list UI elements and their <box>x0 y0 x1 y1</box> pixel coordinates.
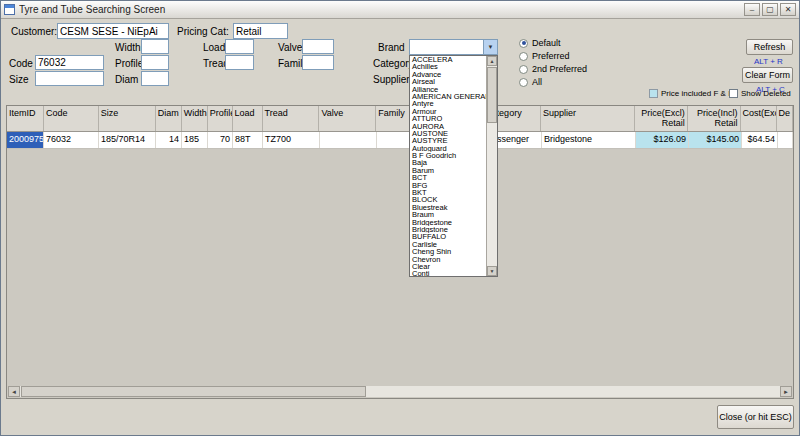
brand-option[interactable]: Bluestreak <box>410 204 486 211</box>
cell-valve[interactable] <box>320 132 377 148</box>
minimize-icon[interactable]: – <box>744 3 760 16</box>
brand-option[interactable]: BUFFALO <box>410 233 486 240</box>
show-deleted-checkbox[interactable]: Show Deleted <box>729 89 791 98</box>
load-input[interactable] <box>225 39 254 54</box>
cell-size[interactable]: 185/70R14 <box>99 132 156 148</box>
cell-code[interactable]: 76032 <box>44 132 99 148</box>
size-input[interactable] <box>35 71 104 86</box>
price-included-legend[interactable]: Price included F & B <box>649 89 733 98</box>
radio-option[interactable]: Default <box>519 37 587 49</box>
dropdown-scroll-thumb[interactable] <box>487 67 497 123</box>
price-included-label: Price included F & B <box>661 89 733 98</box>
horizontal-scroll-thumb[interactable] <box>21 386 366 397</box>
cell-tread[interactable]: TZ700 <box>263 132 320 148</box>
brand-option[interactable]: Clear <box>410 263 486 270</box>
column-header-valve[interactable]: Valve <box>319 106 376 131</box>
profile-input[interactable] <box>141 55 169 70</box>
cell-itemid[interactable]: 2000975 <box>7 132 44 148</box>
brand-option[interactable]: AUSTONE <box>410 130 486 137</box>
brand-option[interactable]: Baja <box>410 159 486 166</box>
brand-option[interactable]: Antyre <box>410 100 486 107</box>
maximize-icon[interactable]: ▢ <box>762 3 778 16</box>
diam-input[interactable] <box>141 71 169 86</box>
brand-option[interactable]: Cheng Shin <box>410 248 486 255</box>
dropdown-scrollbar[interactable]: ▲ ▼ <box>486 56 497 276</box>
valve-input[interactable] <box>302 39 334 54</box>
results-grid: ItemID Code Size Diam Width Profile Load… <box>6 105 794 399</box>
brand-combo-arrow-icon[interactable]: ▼ <box>483 40 497 54</box>
brand-option[interactable]: Bridgestone <box>410 219 486 226</box>
cell-diam[interactable]: 14 <box>156 132 182 148</box>
brand-option[interactable]: BFG <box>410 182 486 189</box>
column-header-diam[interactable]: Diam <box>156 106 182 131</box>
column-header-itemid[interactable]: ItemID <box>7 106 44 131</box>
pricing-cat-input[interactable] <box>233 23 288 39</box>
radio-option[interactable]: All <box>519 76 587 88</box>
brand-option[interactable]: AMERICAN GENERAL <box>410 93 486 100</box>
cell-cost-excl[interactable]: $64.54 <box>742 132 778 148</box>
brand-option[interactable]: Barum <box>410 167 486 174</box>
brand-option[interactable]: AUSTYRE <box>410 137 486 144</box>
brand-option[interactable]: Carlisle <box>410 241 486 248</box>
radio-option[interactable]: Preferred <box>519 50 587 62</box>
column-header-price-incl[interactable]: Price(Incl) Retail <box>688 106 741 131</box>
cell-price-excl[interactable]: $126.09 <box>636 132 689 148</box>
title-bar[interactable]: Tyre and Tube Searching Screen – ▢ ✕ <box>1 1 799 19</box>
scroll-up-icon[interactable]: ▲ <box>487 56 497 66</box>
brand-option[interactable]: BKT <box>410 189 486 196</box>
cell-width[interactable]: 185 <box>182 132 208 148</box>
brand-option[interactable]: Braum <box>410 211 486 218</box>
brand-option[interactable]: BLOCK <box>410 196 486 203</box>
refresh-button[interactable]: Refresh <box>746 39 793 55</box>
clear-form-button[interactable]: Clear Form <box>742 67 793 83</box>
brand-option[interactable]: B F Goodrich <box>410 152 486 159</box>
brand-option[interactable]: Chevron <box>410 256 486 263</box>
scroll-down-icon[interactable]: ▼ <box>487 266 497 276</box>
brand-option[interactable]: AURORA <box>410 123 486 130</box>
column-header-load[interactable]: Load <box>233 106 263 131</box>
brand-combobox[interactable]: ▼ <box>409 39 498 55</box>
column-header-price-excl[interactable]: Price(Excl) Retail <box>635 106 688 131</box>
tread-input[interactable] <box>225 55 254 70</box>
close-icon[interactable]: ✕ <box>780 3 796 16</box>
cell-load[interactable]: 88T <box>233 132 263 148</box>
table-row[interactable]: 2000975 76032 185/70R14 14 185 70 88T TZ… <box>7 132 793 149</box>
customer-input[interactable] <box>57 23 169 39</box>
brand-option[interactable]: Conti <box>410 270 486 276</box>
column-header-width[interactable]: Width <box>182 106 208 131</box>
brand-option[interactable]: Airseal <box>410 78 486 85</box>
cell-de[interactable] <box>778 132 793 148</box>
radio-option[interactable]: 2nd Preferred <box>519 63 587 75</box>
brand-option[interactable]: Autoguard <box>410 145 486 152</box>
cell-profile[interactable]: 70 <box>208 132 233 148</box>
price-category-radio-group: Default Preferred 2nd Preferred All <box>519 37 587 89</box>
family-input[interactable] <box>302 55 334 70</box>
column-header-supplier[interactable]: Supplier <box>541 106 635 131</box>
column-header-size[interactable]: Size <box>99 106 156 131</box>
radio-option-label: All <box>532 77 542 87</box>
brand-option[interactable]: Alliance <box>410 86 486 93</box>
scroll-right-icon[interactable]: ► <box>780 386 792 397</box>
brand-option[interactable]: ACCELERA <box>410 56 486 63</box>
scroll-left-icon[interactable]: ◄ <box>8 386 20 397</box>
brand-option[interactable]: BCT <box>410 174 486 181</box>
brand-option[interactable]: Achilles <box>410 63 486 70</box>
code-input[interactable] <box>35 55 104 70</box>
close-esc-button[interactable]: Close (or hit ESC) <box>717 405 794 429</box>
grid-horizontal-scrollbar[interactable]: ◄ ► <box>8 386 792 397</box>
column-header-cost-excl[interactable]: Cost(Excl) <box>741 106 777 131</box>
cell-price-incl[interactable]: $145.00 <box>689 132 742 148</box>
column-header-tread[interactable]: Tread <box>263 106 320 131</box>
width-input[interactable] <box>141 39 169 54</box>
horizontal-scroll-track[interactable] <box>366 386 780 397</box>
load-label: Load <box>203 42 225 53</box>
app-icon-detail <box>5 5 14 8</box>
cell-supplier[interactable]: Bridgestone <box>542 132 636 148</box>
brand-option[interactable]: Armour <box>410 108 486 115</box>
column-header-de[interactable]: De <box>777 106 793 131</box>
column-header-profile[interactable]: Profile <box>208 106 233 131</box>
brand-option[interactable]: Bridgstone <box>410 226 486 233</box>
column-header-code[interactable]: Code <box>44 106 99 131</box>
brand-option[interactable]: Advance <box>410 71 486 78</box>
brand-option[interactable]: ATTURO <box>410 115 486 122</box>
